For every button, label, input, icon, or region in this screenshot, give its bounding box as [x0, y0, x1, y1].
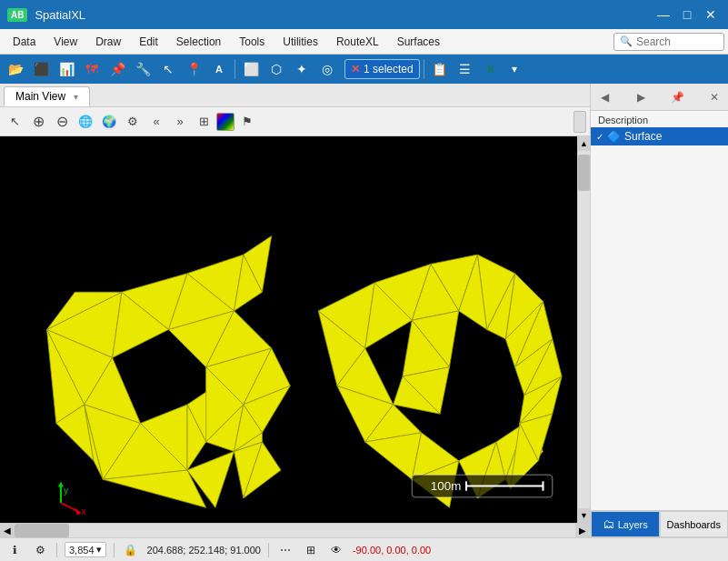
map-svg: 100m y x [0, 136, 590, 523]
toolbar-select-rect[interactable]: ⬜ [239, 57, 263, 81]
toolbar-table-btn[interactable]: 📊 [55, 57, 78, 81]
svg-text:x: x [82, 506, 87, 516]
toolbar-more-dropdown[interactable]: ▾ [504, 59, 524, 79]
layer-item-surface[interactable]: ✓ 🔷 Surface [591, 127, 728, 145]
status-coords2: -90.00, 0.00, 0.00 [353, 545, 431, 556]
main-view-tab[interactable]: Main View ▾ [4, 86, 90, 106]
h-scroll-thumb[interactable] [15, 524, 69, 537]
toolbar-layers-btn[interactable]: ⬛ [29, 57, 53, 81]
search-input[interactable] [636, 35, 718, 48]
status-grid2-btn[interactable]: ⊞ [302, 541, 320, 559]
search-icon: 🔍 [620, 35, 633, 47]
main-toolbar: 📂 ⬛ 📊 🗺 📌 🔧 ↖ 📍 A ⬜ ⬡ ✦ ◎ ✕ 1 selected 📋… [0, 55, 728, 84]
menu-surfaces[interactable]: Surfaces [388, 32, 449, 52]
app-title: SpatialXL [35, 8, 653, 22]
grid-btn[interactable]: ⊞ [193, 111, 214, 133]
v-scroll-down-btn[interactable]: ▼ [578, 508, 590, 523]
panel-pin-btn[interactable]: 📌 [668, 87, 688, 107]
toolbar-tools-btn[interactable]: 🔧 [131, 57, 155, 81]
view-scroll-end[interactable] [573, 111, 586, 133]
panel-forward-btn[interactable]: ▶ [631, 87, 651, 107]
description-label: Description [591, 111, 728, 127]
v-scroll-thumb[interactable] [578, 155, 590, 191]
toolbar-text-btn[interactable]: A [207, 57, 231, 81]
tab-bar: Main View ▾ [0, 84, 590, 107]
toolbar-sep-1 [234, 59, 235, 79]
toolbar-pin-btn[interactable]: 📌 [105, 57, 129, 81]
prev-view-btn[interactable]: « [145, 111, 167, 133]
status-sep-2 [114, 543, 115, 557]
status-lock-btn[interactable]: 🔒 [122, 541, 140, 559]
v-scroll-up-btn[interactable]: ▲ [578, 136, 590, 151]
tab-label: Main View [15, 90, 65, 103]
toolbar-excel-btn[interactable]: X [479, 57, 503, 81]
zoom-out-btn[interactable]: ⊖ [51, 111, 73, 133]
layers-tab-icon: 🗂 [603, 517, 614, 531]
h-scroll-left-btn[interactable]: ◀ [0, 524, 15, 538]
panel-close-btn[interactable]: ✕ [704, 87, 724, 107]
menu-data[interactable]: Data [4, 32, 45, 52]
toolbar-select-poly[interactable]: ⬡ [264, 57, 288, 81]
toolbar-table2-btn[interactable]: 📋 [428, 57, 452, 81]
title-bar: AB SpatialXL — □ ✕ [0, 0, 728, 29]
status-bar: ℹ ⚙ 3,854 ▾ 🔒 204.688; 252.148; 91.000 ⋯… [0, 537, 728, 561]
toolbar-list-btn[interactable]: ☰ [454, 57, 477, 81]
tab-close-icon[interactable]: ▾ [74, 92, 78, 102]
color-palette-btn[interactable] [216, 113, 234, 131]
menu-view[interactable]: View [45, 32, 86, 52]
toolbar-sep-2 [424, 59, 424, 79]
h-scroll-track[interactable] [15, 524, 575, 537]
content-area: Main View ▾ ↖ ⊕ ⊖ 🌐 🌍 ⚙ « » ⊞ ⚑ [0, 84, 728, 537]
layer-checkbox[interactable]: ✓ [596, 132, 603, 142]
layer-name-label: Surface [624, 130, 662, 143]
toolbar-select-touch[interactable]: ◎ [315, 57, 339, 81]
status-settings-btn[interactable]: ⚙ [31, 541, 49, 559]
map-canvas[interactable]: 100m y x ▲ ▼ [0, 136, 590, 523]
svg-text:y: y [64, 486, 69, 496]
window-controls: — □ ✕ [653, 5, 721, 25]
menu-selection[interactable]: Selection [167, 32, 230, 52]
maximize-button[interactable]: □ [677, 5, 697, 25]
svg-text:100m: 100m [431, 479, 461, 493]
toolbar-open-btn[interactable]: 📂 [4, 57, 27, 81]
toolbar-select-click[interactable]: ✦ [290, 57, 314, 81]
selected-badge: ✕ 1 selected [344, 59, 420, 79]
menu-edit[interactable]: Edit [130, 32, 167, 52]
h-scroll-right-btn[interactable]: ▶ [575, 524, 590, 538]
selected-count-label: 1 selected [364, 63, 414, 75]
menu-utilities[interactable]: Utilities [274, 32, 327, 52]
v-scrollbar[interactable]: ▲ ▼ [577, 136, 590, 523]
next-view-btn[interactable]: » [169, 111, 191, 133]
panel-back-btn[interactable]: ◀ [594, 87, 614, 107]
panel-content: Description ✓ 🔷 Surface [591, 111, 728, 510]
menu-bar: Data View Draw Edit Selection Tools Util… [0, 29, 728, 55]
status-sep-3 [268, 543, 269, 557]
menu-draw[interactable]: Draw [86, 32, 130, 52]
layer-type-icon: 🔷 [607, 130, 621, 143]
h-scrollbar[interactable]: ◀ ▶ [0, 523, 590, 537]
menu-routexl[interactable]: RouteXL [327, 32, 388, 52]
toolbar-cursor-btn[interactable]: ↖ [156, 57, 180, 81]
app-logo: AB [7, 8, 27, 22]
settings-btn[interactable]: ⚙ [122, 111, 144, 133]
layers-tab[interactable]: 🗂 Layers [591, 511, 660, 537]
globe2-btn[interactable]: 🌍 [98, 111, 120, 133]
status-eye-btn[interactable]: 👁 [327, 541, 345, 559]
clear-selection-button[interactable]: ✕ [351, 63, 360, 75]
cursor-tool[interactable]: ↖ [4, 111, 25, 133]
status-number-arrow: ▾ [96, 544, 102, 556]
toolbar-marker-btn[interactable]: 📍 [182, 57, 205, 81]
globe-btn[interactable]: 🌐 [75, 111, 96, 133]
status-dots-btn[interactable]: ⋯ [276, 541, 294, 559]
flag-btn[interactable]: ⚑ [236, 111, 258, 133]
close-button[interactable]: ✕ [701, 5, 721, 25]
zoom-in-btn[interactable]: ⊕ [27, 111, 49, 133]
toolbar-map-btn[interactable]: 🗺 [80, 57, 104, 81]
status-number-dropdown[interactable]: 3,854 ▾ [65, 542, 106, 557]
menu-tools[interactable]: Tools [230, 32, 274, 52]
dashboards-tab[interactable]: Dashboards [660, 511, 729, 537]
right-panel: ◀ ▶ 📌 ✕ Description ✓ 🔷 Surface 🗂 Layers… [590, 84, 728, 537]
search-box[interactable]: 🔍 [613, 33, 724, 51]
status-info-btn[interactable]: ℹ [5, 541, 24, 559]
minimize-button[interactable]: — [653, 5, 673, 25]
